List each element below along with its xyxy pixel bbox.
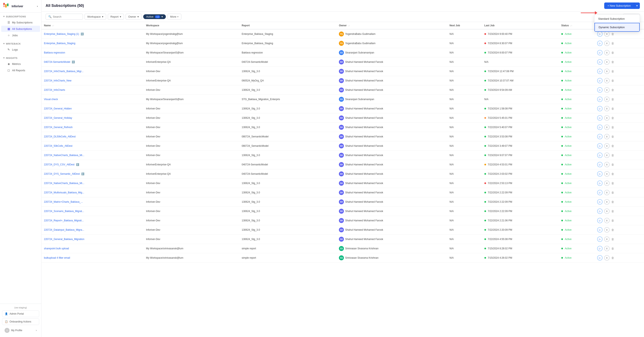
subscription-link[interactable]: 220724_DYS_CSV_AllDest xyxy=(44,163,74,166)
pause-icon[interactable]: ⏸ xyxy=(604,190,610,195)
subscription-link[interactable]: 220724_DYS_Semantic_AllDest xyxy=(44,172,80,175)
sidebar-item-metrics[interactable]: ◈ Metrics xyxy=(1,61,40,67)
run-icon[interactable]: ▷ xyxy=(597,246,602,251)
subscription-link[interactable]: 220724_InfoCharts_New xyxy=(44,79,72,82)
run-icon[interactable]: ▷ xyxy=(597,78,602,83)
delete-icon[interactable]: 🗑 xyxy=(611,107,614,110)
pause-icon[interactable]: ⏸ xyxy=(604,143,610,148)
delete-icon[interactable]: 🗑 xyxy=(611,247,614,250)
delete-icon[interactable]: 🗑 xyxy=(611,182,614,185)
sidebar-item-jobs[interactable]: ○ Jobs xyxy=(1,32,40,38)
new-subscription-dropdown-caret[interactable]: ▾ xyxy=(634,2,640,9)
pause-icon[interactable]: ⏸ xyxy=(604,180,610,186)
delete-icon[interactable]: 🗑 xyxy=(611,210,614,213)
delete-icon[interactable]: 🗑 xyxy=(611,256,614,260)
dynamic-subscription-option[interactable]: Dynamic Subscription xyxy=(594,23,640,32)
subscriptions-header[interactable]: ▾ Subscriptions xyxy=(0,14,41,19)
delete-icon[interactable]: 🗑 xyxy=(611,32,614,36)
pause-icon[interactable]: ⏸ xyxy=(604,236,610,242)
run-icon[interactable]: ▷ xyxy=(597,50,602,55)
delete-icon[interactable]: 🗑 xyxy=(611,126,614,129)
run-icon[interactable]: ▷ xyxy=(597,227,602,232)
pause-icon[interactable]: ⏸ xyxy=(604,152,610,158)
run-icon[interactable]: ▷ xyxy=(597,218,602,223)
subscription-link[interactable]: 220724_General_Baklava_Migration xyxy=(44,238,84,241)
run-icon[interactable]: ▷ xyxy=(597,124,602,130)
name-sort-icon[interactable]: ↓↑ xyxy=(52,24,54,27)
delete-icon[interactable]: 🗑 xyxy=(611,228,614,232)
run-icon[interactable]: ▷ xyxy=(597,162,602,167)
subscription-link[interactable]: Enterprise_Baklava_Staging xyxy=(44,42,75,45)
pause-icon[interactable]: ⏸ xyxy=(604,134,610,139)
pause-icon[interactable]: ⏸ xyxy=(604,59,610,65)
run-icon[interactable]: ▷ xyxy=(597,180,602,186)
run-icon[interactable]: ▷ xyxy=(597,171,602,176)
sidebar-logo[interactable]: Inforiver ▾ xyxy=(0,0,41,13)
pause-icon[interactable]: ⏸ xyxy=(604,218,610,223)
owner-sort-icon[interactable]: ↓↑ xyxy=(348,24,350,27)
delete-icon[interactable]: 🗑 xyxy=(611,116,614,120)
run-icon[interactable]: ▷ xyxy=(597,143,602,148)
pause-icon[interactable]: ⏸ xyxy=(604,115,610,120)
new-subscription-button[interactable]: + New Subscription xyxy=(604,2,634,9)
delete-icon[interactable]: 🗑 xyxy=(611,51,614,54)
subscription-link[interactable]: 220724_DL50kCells_AllDest xyxy=(44,135,76,138)
delete-icon[interactable]: 🗑 xyxy=(611,172,614,176)
pause-icon[interactable]: ⏸ xyxy=(604,227,610,232)
sidebar-item-all-subscriptions[interactable]: ▦ All Subscriptions xyxy=(1,26,40,32)
subscription-link[interactable]: 220724_General_Refresh xyxy=(44,126,72,129)
subscription-link[interactable]: 220724_InfoCharts xyxy=(44,88,65,92)
delete-icon[interactable]: 🗑 xyxy=(611,163,614,166)
delete-icon[interactable]: 🗑 xyxy=(611,79,614,82)
subscription-link[interactable]: 220724_General_Holiday xyxy=(44,116,72,120)
workspace-filter[interactable]: Workspace ▾ xyxy=(84,14,106,20)
subscription-link[interactable]: 220724_InfoCharts_Baklava_Migr... xyxy=(44,70,84,73)
run-icon[interactable]: ▷ xyxy=(597,152,602,158)
run-icon[interactable]: ▷ xyxy=(597,96,602,102)
subscription-link[interactable]: sharepoint bulk upload xyxy=(44,247,69,250)
my-profile-button[interactable]: U My Profile › xyxy=(2,326,39,334)
report-filter[interactable]: Report ▾ xyxy=(108,14,124,20)
writeback-header[interactable]: ▾ Writeback xyxy=(0,41,41,46)
subscription-link[interactable]: 220724_Report+_Baklava_Migrati... xyxy=(44,219,84,222)
search-box[interactable]: 🔍 xyxy=(46,14,83,20)
pause-icon[interactable]: ⏸ xyxy=(604,162,610,167)
sidebar-item-all-reports[interactable]: ◻ All Reports xyxy=(1,67,40,73)
subscription-link[interactable]: bulkupload 4 filter email xyxy=(44,256,70,259)
subscription-link[interactable]: Baklava regression xyxy=(44,51,65,54)
pause-icon[interactable]: ⏸ xyxy=(604,208,610,214)
run-icon[interactable]: ▷ xyxy=(597,134,602,139)
pause-icon[interactable]: ⏸ xyxy=(604,246,610,251)
delete-icon[interactable]: 🗑 xyxy=(611,219,614,222)
pause-icon[interactable]: ⏸ xyxy=(604,31,610,37)
sidebar-item-logs[interactable]: ✎ Logs xyxy=(1,46,40,53)
delete-icon[interactable]: 🗑 xyxy=(611,88,614,92)
delete-icon[interactable]: 🗑 xyxy=(611,60,614,64)
run-icon[interactable]: ▷ xyxy=(597,255,602,260)
run-icon[interactable]: ▷ xyxy=(597,87,602,93)
run-icon[interactable]: ▷ xyxy=(597,199,602,204)
run-icon[interactable]: ▷ xyxy=(597,40,602,46)
run-icon[interactable]: ▷ xyxy=(597,31,602,37)
pause-icon[interactable]: ⏸ xyxy=(604,40,610,46)
pause-icon[interactable]: ⏸ xyxy=(604,78,610,83)
active-filter-badge[interactable]: Active +2 ▾ xyxy=(143,14,166,19)
pause-icon[interactable]: ⏸ xyxy=(604,171,610,176)
subscription-link[interactable]: 220724_Multivisuals_Baklava_Mig... xyxy=(44,191,84,194)
search-input[interactable] xyxy=(53,15,78,18)
pause-icon[interactable]: ⏸ xyxy=(604,96,610,102)
more-filter-button[interactable]: More + xyxy=(168,14,181,20)
delete-icon[interactable]: 🗑 xyxy=(611,135,614,138)
pause-icon[interactable]: ⏸ xyxy=(604,255,610,260)
sidebar-item-my-subscriptions[interactable]: ☰ My Subscriptions xyxy=(1,19,40,26)
subscription-link[interactable]: 220724_Scenario_Baklava_Migrat... xyxy=(44,210,84,213)
standard-subscription-option[interactable]: Standard Subscription xyxy=(594,15,640,23)
admin-portal-button[interactable]: 👤 Admin Portal xyxy=(2,310,39,317)
subscription-link[interactable]: 220724_NativeCharts_Baklava_Mi... xyxy=(44,182,84,185)
delete-icon[interactable]: 🗑 xyxy=(611,144,614,148)
pause-icon[interactable]: ⏸ xyxy=(604,68,610,74)
pause-icon[interactable]: ⏸ xyxy=(604,199,610,204)
pause-icon[interactable]: ⏸ xyxy=(604,124,610,130)
delete-icon[interactable]: 🗑 xyxy=(611,70,614,73)
delete-icon[interactable]: 🗑 xyxy=(611,191,614,194)
